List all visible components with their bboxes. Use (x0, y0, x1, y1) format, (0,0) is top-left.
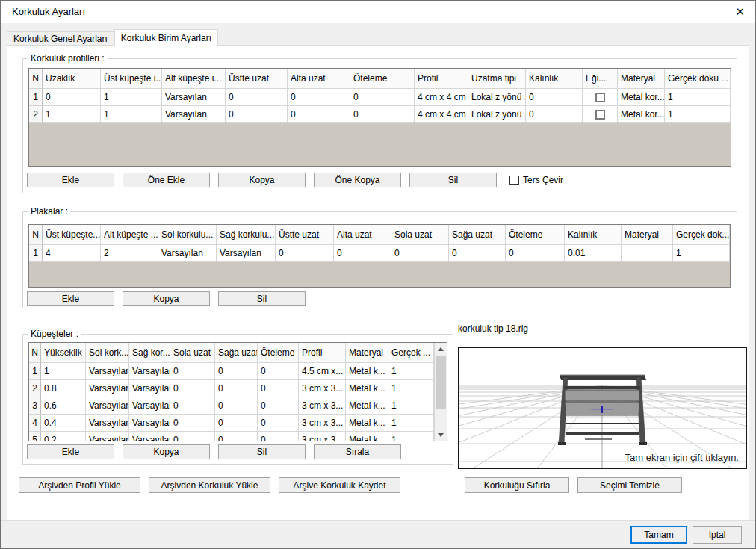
grid-cell[interactable]: Lokal z yönü ... (468, 89, 526, 106)
column-header[interactable]: Alta uzat (334, 225, 391, 245)
column-header[interactable]: Sağ korkulu... (217, 225, 276, 245)
grid-cell[interactable]: 1 (665, 89, 731, 106)
ok-button[interactable]: Tamam (630, 526, 687, 544)
column-header[interactable]: Öteleme (350, 69, 415, 89)
grid-cell[interactable]: 0 (258, 432, 299, 441)
column-header[interactable]: Alt küpeşte i... (162, 69, 226, 89)
column-header[interactable]: Sol korkulu... (158, 225, 217, 245)
column-header[interactable]: Üst küpeşte i... (101, 69, 162, 89)
grid-cell[interactable]: 0 (288, 89, 350, 106)
grid-cell[interactable]: 4 (43, 245, 101, 262)
tab-korkuluk-birim-ayarlari[interactable]: Korkuluk Birim Ayarları (114, 29, 218, 46)
grid-cell[interactable]: Varsayılan (162, 106, 226, 123)
grid-cell[interactable]: Metal k... (346, 415, 388, 432)
grid-cell[interactable]: 0 (526, 89, 583, 106)
kopya-button[interactable]: Kopya (123, 444, 210, 459)
grid-cell[interactable]: 0.4 (41, 415, 86, 432)
grid-cell[interactable]: 0 (449, 245, 506, 262)
column-header[interactable]: Materyal (622, 225, 673, 245)
grid-cell[interactable]: 0 (506, 245, 565, 262)
ekle-button[interactable]: Ekle (27, 173, 114, 187)
column-header[interactable]: N (29, 225, 43, 245)
grid-cell[interactable]: Varsayılan (86, 380, 129, 397)
sil-button[interactable]: Sil (409, 173, 497, 187)
column-header[interactable]: Uzatma tipi (468, 69, 526, 89)
grid-cell[interactable]: 0 (170, 380, 215, 397)
column-header[interactable]: Gerçek dok... (673, 225, 730, 245)
grid-cell[interactable]: 0.8 (41, 380, 86, 397)
grid-cell[interactable]: 0 (334, 245, 391, 262)
grid-cell[interactable]: 1 (673, 245, 730, 262)
grid-cell[interactable]: 0 (258, 380, 299, 397)
row-header[interactable]: 1 (29, 89, 43, 106)
row-header[interactable]: 4 (29, 415, 41, 432)
column-header[interactable]: Profil (299, 343, 346, 363)
column-header[interactable]: Sola uzat (391, 225, 449, 245)
grid-cell[interactable]: 1 (388, 432, 434, 441)
kopya-button[interactable]: Kopya (123, 291, 210, 306)
grid-cell[interactable]: 0 (288, 106, 350, 123)
cell-checkbox[interactable] (595, 93, 605, 102)
grid-cell[interactable]: Varsayılan (129, 432, 170, 441)
scroll-down-button[interactable] (435, 429, 447, 441)
grid-cell[interactable]: Lokal z yönü ... (468, 106, 526, 123)
grid-cell[interactable]: Varsayılan (86, 397, 129, 415)
column-header[interactable]: Materyal (346, 343, 388, 363)
grid-cell[interactable]: Varsayılan (129, 397, 170, 415)
grid-cell[interactable]: 0 (215, 363, 258, 380)
cell-checkbox[interactable] (595, 110, 605, 120)
grid-cell[interactable]: 1 (388, 415, 434, 432)
railing-3d-preview[interactable]: Tam ekran için çift tıklayın. (458, 347, 747, 469)
korkulugu-sifirla-button[interactable]: Korkuluğu Sıfırla (465, 477, 569, 493)
arsivden-profil-yukle-button[interactable]: Arşivden Profil Yükle (19, 477, 140, 493)
column-header[interactable]: Uzaklık (43, 69, 101, 89)
sirala-button[interactable]: Sırala (314, 444, 401, 459)
grid-cell[interactable]: Metal kor... (618, 89, 665, 106)
grid-cell[interactable]: Varsayılan (158, 245, 217, 262)
column-header[interactable]: Eği... (583, 69, 618, 89)
grid-cell[interactable]: 0 (350, 106, 415, 123)
checkbox-box[interactable] (509, 176, 519, 185)
grid-cell[interactable]: 0 (215, 432, 258, 441)
column-header[interactable]: Sola uzat (170, 343, 215, 363)
kopya-button[interactable]: Kopya (218, 173, 306, 187)
grid-cell[interactable]: 0 (170, 415, 215, 432)
grid-cell[interactable]: 0.6 (41, 397, 86, 415)
grid-cell[interactable]: 0.2 (41, 432, 86, 441)
sil-button[interactable]: Sil (218, 291, 306, 306)
row-header[interactable]: 2 (29, 106, 43, 123)
grid-cell[interactable]: 1 (388, 363, 434, 380)
grid-cell[interactable]: 0.01 (565, 245, 622, 262)
column-header[interactable]: Öteleme (506, 225, 565, 245)
grid-cell[interactable]: 2 (101, 245, 158, 262)
column-header[interactable]: Yükseklik (41, 343, 86, 363)
column-header[interactable]: Alta uzat (288, 69, 350, 89)
column-header[interactable]: Üstte uzat (226, 69, 288, 89)
grid-cell[interactable]: 0 (226, 89, 288, 106)
grid-cell[interactable]: Varsayılan (162, 89, 226, 106)
column-header[interactable]: Materyal (618, 69, 665, 89)
grid-cell[interactable]: 0 (215, 397, 258, 415)
one-kopya-button[interactable]: Öne Kopya (314, 173, 401, 187)
grid-cell[interactable]: 3 cm x 3... (299, 432, 346, 441)
scroll-up-button[interactable] (435, 343, 447, 355)
column-header[interactable]: Üstte uzat (276, 225, 334, 245)
grid-cell[interactable]: 1 (665, 106, 731, 123)
column-header[interactable]: Kalınlık (526, 69, 583, 89)
secimi-temizle-button[interactable]: Seçimi Temizle (577, 477, 682, 493)
vertical-scrollbar[interactable] (434, 343, 447, 441)
grid-cell[interactable]: Varsayılan (129, 363, 170, 380)
grid-cell[interactable] (583, 89, 618, 106)
grid-cell[interactable]: 0 (170, 397, 215, 415)
grid-cell[interactable]: 1 (388, 380, 434, 397)
grid-cell[interactable]: 0 (258, 397, 299, 415)
grid-cell[interactable]: 1 (101, 89, 162, 106)
grid-cell[interactable]: 3 cm x 3... (299, 380, 346, 397)
grid-cell[interactable]: Varsayılan (86, 415, 129, 432)
column-header[interactable]: N (29, 69, 43, 89)
grid-cell[interactable]: Varsayılan (217, 245, 276, 262)
ekle-button[interactable]: Ekle (27, 291, 114, 306)
grid-cell[interactable]: Varsayılan (129, 415, 170, 432)
ters-cevir-checkbox[interactable]: Ters Çevir (509, 175, 563, 185)
grid-cell[interactable]: Metal k... (346, 363, 388, 380)
